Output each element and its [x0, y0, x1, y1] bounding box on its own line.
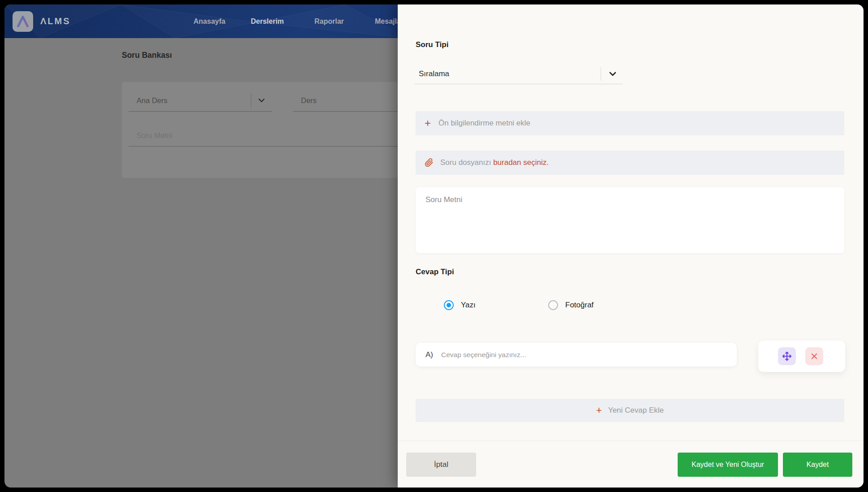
answer-option-input[interactable]: [433, 351, 737, 359]
question-file-text: Soru dosyanızı buradan seçiniz.: [440, 158, 549, 167]
nav-item-raporlar[interactable]: Raporlar: [314, 4, 344, 38]
close-icon: [811, 353, 818, 360]
radio-yazi-label: Yazı: [461, 301, 476, 310]
answer-option-prefix: A): [416, 350, 433, 359]
add-pre-info-button[interactable]: + Ön bilgilendirme metni ekle: [416, 111, 844, 135]
add-answer-button[interactable]: + Yeni Cevap Ekle: [416, 399, 844, 422]
soru-tipi-value: Sıralama: [414, 69, 449, 78]
plus-icon: +: [596, 406, 602, 415]
radio-option-fotograf[interactable]: Fotoğraf: [548, 298, 593, 312]
question-file-prefix: Soru dosyanızı: [440, 158, 493, 167]
nav-item-anasayfa[interactable]: Anasayfa: [193, 4, 225, 38]
chevron-down-icon: [607, 69, 618, 79]
radio-unchecked-icon: [548, 300, 558, 310]
ana-ders-label: Ana Ders: [129, 89, 272, 112]
move-icon: [782, 351, 792, 361]
select-divider: [251, 93, 251, 108]
save-and-new-button[interactable]: Kaydet ve Yeni Oluştur: [678, 453, 778, 477]
radio-option-yazi[interactable]: Yazı: [444, 298, 476, 312]
page-title: Soru Bankası: [122, 51, 172, 60]
alms-logo[interactable]: [13, 11, 33, 32]
select-divider: [601, 67, 601, 81]
soru-metni-filter-input: Soru Metni: [129, 124, 429, 147]
app-screen: Soru Bankası Ana Ders Ders Soru Metni: [4, 4, 864, 488]
answer-option-row: A): [416, 343, 737, 367]
chevron-down-icon: [257, 95, 266, 107]
soru-metni-filter-label: Soru Metni: [129, 124, 429, 147]
drawer-footer: İptal Kaydet ve Yeni Oluştur Kaydet: [398, 440, 864, 488]
radio-checked-icon: [444, 300, 454, 310]
nav-item-derslerim[interactable]: Derslerim: [251, 4, 284, 38]
answer-type-radio-group: Yazı Fotoğraf: [416, 298, 684, 312]
answer-actions-card: [758, 341, 845, 372]
ana-ders-select: Ana Ders: [129, 89, 272, 112]
soru-tipi-select[interactable]: Sıralama: [414, 64, 623, 84]
question-text-input[interactable]: [416, 187, 844, 253]
brand-name: ΛLMS: [40, 4, 71, 38]
question-file-link[interactable]: buradan seçiniz.: [493, 158, 549, 167]
radio-fotograf-label: Fotoğraf: [565, 301, 593, 310]
cevap-tipi-label: Cevap Tipi: [416, 268, 454, 276]
plus-icon: +: [425, 118, 431, 129]
question-bank-filter-card: Ana Ders Ders Soru Metni: [122, 82, 435, 178]
question-editor-drawer: Soru Tipi Sıralama + Ön bilgilendirme me…: [398, 4, 864, 488]
cancel-button[interactable]: İptal: [406, 453, 476, 477]
add-answer-label: Yeni Cevap Ekle: [608, 406, 664, 415]
alms-lambda-icon: [14, 13, 31, 30]
delete-answer-button[interactable]: [805, 347, 823, 365]
paperclip-icon: [425, 158, 434, 168]
soru-tipi-label: Soru Tipi: [416, 40, 448, 49]
add-pre-info-label: Ön bilgilendirme metni ekle: [438, 119, 530, 128]
save-button[interactable]: Kaydet: [783, 453, 852, 477]
question-file-upload[interactable]: Soru dosyanızı buradan seçiniz.: [416, 151, 844, 175]
move-answer-button[interactable]: [778, 347, 796, 365]
